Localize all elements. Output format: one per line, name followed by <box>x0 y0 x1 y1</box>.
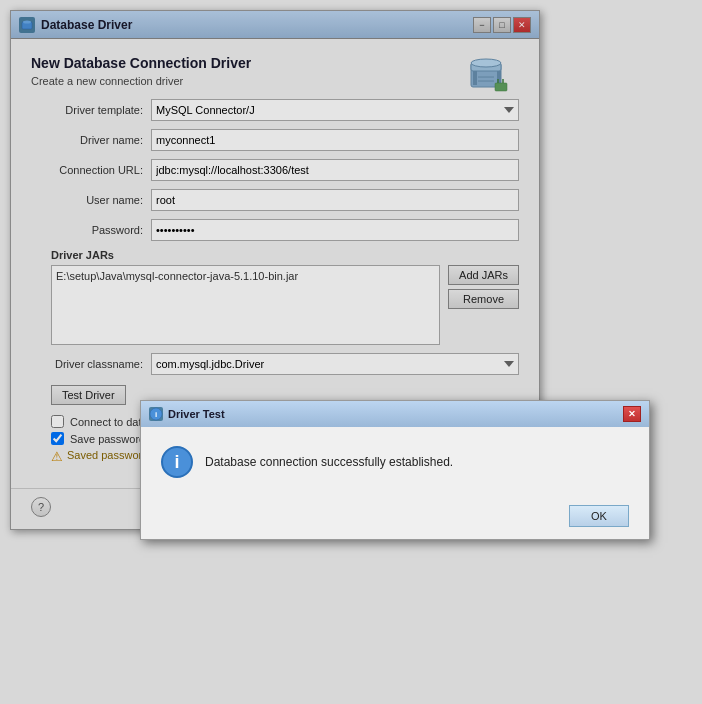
driver-test-titlebar: i Driver Test ✕ <box>141 401 649 427</box>
driver-test-window-icon: i <box>149 407 163 421</box>
svg-text:i: i <box>155 410 157 419</box>
driver-test-dialog: i Driver Test ✕ i Database connection su… <box>140 400 650 540</box>
driver-test-message: Database connection successfully establi… <box>205 455 453 469</box>
ok-button[interactable]: OK <box>569 505 629 527</box>
driver-test-title: Driver Test <box>168 408 225 420</box>
driver-test-footer: OK <box>141 497 649 539</box>
driver-test-close-button[interactable]: ✕ <box>623 406 641 422</box>
info-icon: i <box>161 446 193 478</box>
driver-test-title-left: i Driver Test <box>149 407 225 421</box>
driver-test-body: i Database connection successfully estab… <box>141 427 649 497</box>
modal-overlay <box>0 0 702 704</box>
